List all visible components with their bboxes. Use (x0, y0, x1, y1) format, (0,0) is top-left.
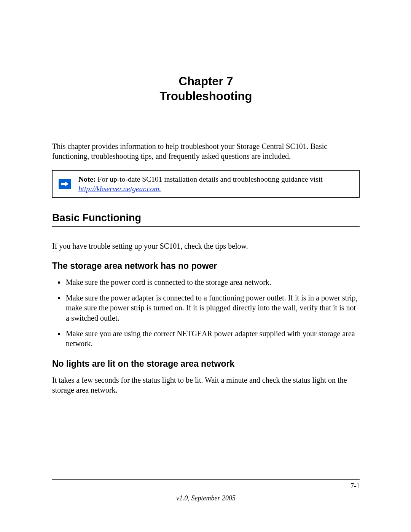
chapter-header: Chapter 7 Troubleshooting (52, 74, 360, 104)
arrow-right-icon (59, 179, 71, 189)
bullet-list-no-power: Make sure the power cord is connected to… (52, 277, 360, 349)
footer-version: v1.0, September 2005 (52, 494, 360, 502)
note-link[interactable]: http://kbserver.netgear.com. (78, 185, 161, 193)
subsection-heading-no-power: The storage area network has no power (52, 261, 360, 271)
chapter-title: Troubleshooting (52, 89, 360, 104)
svg-marker-0 (61, 181, 68, 187)
page-footer: 7-1 v1.0, September 2005 (52, 479, 360, 490)
intro-paragraph: This chapter provides information to hel… (52, 141, 360, 161)
subsection-heading-no-lights: No lights are lit on the storage area ne… (52, 359, 360, 369)
note-label: Note: (78, 175, 96, 183)
page-number: 7-1 (350, 482, 360, 490)
section-body: If you have trouble setting up your SC10… (52, 241, 360, 251)
subsection-body-no-lights: It takes a few seconds for the status li… (52, 375, 360, 395)
note-icon-cell (53, 171, 77, 198)
section-heading-basic-functioning: Basic Functioning (52, 212, 360, 227)
list-item: Make sure the power adapter is connected… (65, 293, 360, 323)
note-body: For up-to-date SC101 installation detail… (96, 175, 322, 183)
page-content: Chapter 7 Troubleshooting This chapter p… (0, 0, 411, 395)
chapter-number: Chapter 7 (52, 74, 360, 89)
list-item: Make sure the power cord is connected to… (65, 277, 360, 288)
note-text: Note: For up-to-date SC101 installation … (77, 171, 359, 198)
note-box: Note: For up-to-date SC101 installation … (52, 170, 360, 198)
footer-rule (52, 479, 360, 480)
list-item: Make sure you are using the correct NETG… (65, 329, 360, 349)
